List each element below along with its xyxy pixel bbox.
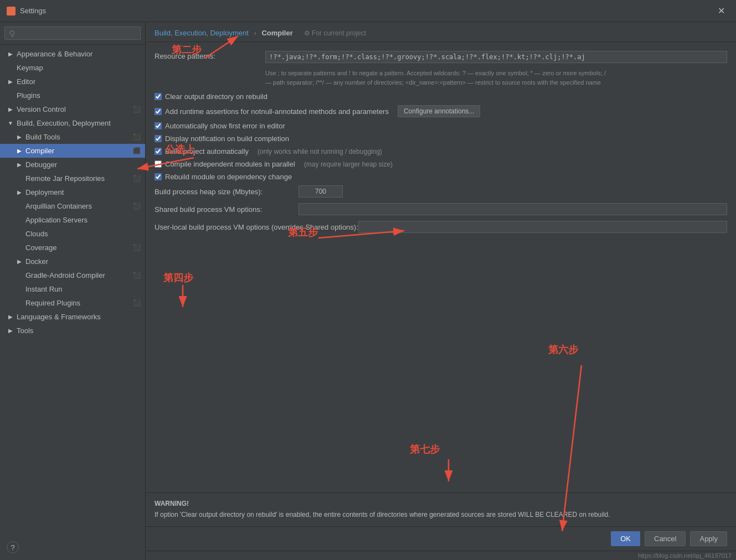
sidebar-item-keymap[interactable]: Keymap [0,61,145,75]
search-box [0,22,145,45]
app-icon [7,7,16,15]
display-notification-label[interactable]: Display notification on build completion [165,134,289,143]
warning-title: WARNING! [155,500,727,507]
sidebar-item-label: Version Control [17,105,131,113]
sidebar-item-debugger[interactable]: ▶ Debugger [0,158,145,172]
chevron-down-icon: ▼ [7,120,14,127]
sidebar-item-version-control[interactable]: ▶ Version Control ⬛ [0,102,145,116]
sidebar-item-instant-run[interactable]: Instant Run [0,282,145,296]
sidebar-item-languages[interactable]: ▶ Languages & Frameworks [0,310,145,324]
chevron-right-icon: ▶ [7,50,14,58]
user-vm-input[interactable] [358,221,727,233]
configure-annotations-button[interactable]: Configure annotations... [398,105,480,117]
sidebar-item-app-servers[interactable]: Application Servers [0,213,145,227]
resource-patterns-input[interactable] [265,51,727,63]
sidebar-item-required-plugins[interactable]: Required Plugins ⬛ [0,296,145,310]
sidebar-item-label: Docker [25,257,141,266]
sidebar-item-clouds[interactable]: Clouds [0,227,145,241]
sidebar-item-label: Required Plugins [25,299,131,307]
ok-button[interactable]: OK [611,531,640,546]
sidebar-item-editor[interactable]: ▶ Editor [0,75,145,89]
vcs-icon: ⬛ [133,106,141,113]
auto-show-error-label[interactable]: Automatically show first error in editor [165,122,285,130]
chevron-right-icon: ▶ [16,189,23,196]
sidebar-item-gradle-android[interactable]: Gradle-Android Compiler ⬛ [0,268,145,282]
cancel-button[interactable]: Cancel [645,531,686,546]
heap-size-row: Build process heap size (Mbytes): [155,185,727,198]
sidebar: ▶ Appearance & Behavior Keymap ▶ Editor [0,22,146,560]
rebuild-module-checkbox[interactable] [155,173,162,180]
checkbox-build-auto-row: Build project automatically (only works … [155,147,727,155]
sidebar-item-label: Compiler [25,147,131,155]
config-icon: ⬛ [133,133,141,141]
panel-content: Resource patterns: Use ; to separate pat… [146,42,736,492]
warning-box: WARNING! If option 'Clear output directo… [146,492,736,526]
sidebar-item-deployment[interactable]: ▶ Deployment [0,185,145,199]
resource-patterns-help: Use ; to separate patterns and ! to nega… [265,69,727,87]
sidebar-item-docker[interactable]: ▶ Docker [0,255,145,268]
breadcrumb-root[interactable]: Build, Execution, Deployment [155,29,249,37]
sidebar-item-build-tools[interactable]: ▶ Build Tools ⬛ [0,130,145,144]
chevron-right-icon: ▶ [16,161,23,169]
add-assertions-checkbox[interactable] [155,108,162,115]
status-url: https://blog.csdn.net/qq_46197017 [638,552,732,559]
chevron-right-icon: ▶ [7,78,14,86]
dialog-buttons: OK Cancel Apply [146,526,736,551]
breadcrumb-current: Compiler [261,29,292,37]
help-button[interactable]: ? [7,541,19,553]
sidebar-item-appearance[interactable]: ▶ Appearance & Behavior [0,47,145,61]
spacer-icon [16,272,23,279]
display-notification-checkbox[interactable] [155,135,162,142]
sidebar-item-label: Appearance & Behavior [17,50,141,58]
clear-output-label[interactable]: Clear output directory on rebuild [165,92,267,101]
build-auto-label[interactable]: Build project automatically [165,147,249,155]
sidebar-item-label: Editor [17,77,141,86]
add-assertions-label[interactable]: Add runtime assertions for notnull-annot… [165,107,389,116]
breadcrumb-separator: › [254,29,256,37]
sidebar-item-arquillian[interactable]: Arquillian Containers ⬛ [0,199,145,213]
checkbox-auto-show-row: Automatically show first error in editor [155,122,727,130]
sidebar-item-build-exec[interactable]: ▼ Build, Execution, Deployment [0,116,145,130]
close-button[interactable]: ✕ [713,3,729,18]
project-badge: ⚙ For current project [304,29,366,37]
sidebar-item-label: Arquillian Containers [25,202,131,210]
search-input[interactable] [4,27,141,40]
rebuild-module-label[interactable]: Rebuild module on dependency change [165,173,292,181]
sidebar-item-label: Build, Execution, Deployment [17,119,141,127]
build-auto-checkbox[interactable] [155,148,162,155]
sidebar-item-label: Instant Run [25,285,141,293]
build-auto-suffix: (only works while not running / debuggin… [258,148,382,155]
heap-size-input[interactable] [298,185,343,198]
sidebar-item-remote-jar[interactable]: Remote Jar Repositories ⬛ [0,172,145,185]
resource-patterns-row: Resource patterns: [155,51,727,63]
project-badge-label: ⚙ For current project [304,29,366,37]
sidebar-item-label: Languages & Frameworks [17,313,141,321]
apply-button[interactable]: Apply [690,531,727,546]
spacer-icon [16,230,23,238]
chevron-right-icon: ▶ [16,147,23,155]
auto-show-error-checkbox[interactable] [155,122,162,129]
warning-text: If option 'Clear output directory on reb… [155,510,727,520]
sidebar-item-plugins[interactable]: Plugins [0,89,145,102]
spacer-icon [16,175,23,183]
sidebar-item-label: Tools [17,326,141,335]
compile-parallel-checkbox[interactable] [155,160,162,168]
sidebar-item-coverage[interactable]: Coverage ⬛ [0,241,145,255]
checkbox-assertions-row: Add runtime assertions for notnull-annot… [155,105,727,117]
user-vm-row: User-local build process VM options (ove… [155,221,727,233]
clear-output-checkbox[interactable] [155,93,162,100]
chevron-right-icon: ▶ [7,106,14,113]
sidebar-item-label: Debugger [25,160,141,169]
sidebar-item-label: Coverage [25,243,131,252]
sidebar-item-label: Deployment [25,188,141,196]
shared-vm-input[interactable] [298,203,727,215]
sidebar-item-label: Build Tools [25,133,131,141]
spacer-icon [16,286,23,293]
compile-parallel-label[interactable]: Compile independent modules in parallel [165,160,295,168]
sidebar-item-tools[interactable]: ▶ Tools [0,324,145,338]
breadcrumb: Build, Execution, Deployment › Compiler [155,29,293,37]
svg-point-0 [8,8,14,14]
sidebar-nav: ▶ Appearance & Behavior Keymap ▶ Editor [0,45,145,560]
sidebar-item-compiler[interactable]: ▶ Compiler ⬛ [0,144,145,158]
spacer-icon [16,216,23,224]
